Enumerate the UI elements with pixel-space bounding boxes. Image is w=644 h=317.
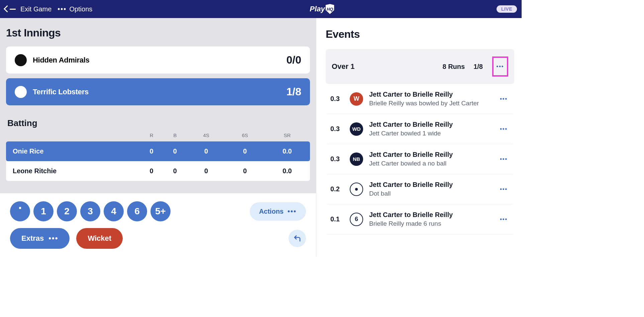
score-3-button[interactable]: 3 xyxy=(80,201,100,221)
exit-game-label: Exit Game xyxy=(20,5,51,13)
event-desc: Brielle Reilly was bowled by Jett Carter xyxy=(369,100,492,107)
live-badge: LIVE xyxy=(497,5,517,13)
event-title: Jett Carter to Brielle Reilly xyxy=(369,151,492,158)
event-over: 0.3 xyxy=(330,125,344,133)
team-a-name: Hidden Admirals xyxy=(33,56,90,65)
col-sr: SR xyxy=(264,130,310,141)
score-2-button[interactable]: 2 xyxy=(57,201,77,221)
actions-label: Actions xyxy=(259,208,284,215)
event-list: 0.3WJett Carter to Brielle ReillyBrielle… xyxy=(326,84,514,234)
playhq-logo: Play HQ xyxy=(310,4,334,14)
team-b-name: Terrific Lobsters xyxy=(33,88,89,96)
arrow-left-icon xyxy=(5,5,10,13)
score-5plus-button[interactable]: 5+ xyxy=(150,201,171,221)
event-row: 0.3NBJett Carter to Brielle ReillyJett C… xyxy=(327,144,513,174)
batting-table: R B 4S 6S SR Onie Rice 0 0 0 0 0.0 Leone… xyxy=(6,130,310,181)
event-title: Jett Carter to Brielle Reilly xyxy=(369,91,492,98)
team-b-score: 1/8 xyxy=(287,86,301,98)
event-ball-icon: WD xyxy=(350,122,363,136)
event-over: 0.3 xyxy=(330,95,344,103)
over-title: Over 1 xyxy=(332,62,355,71)
event-desc: Jett Carter bowled a no ball xyxy=(369,160,492,167)
event-menu-button[interactable]: ••• xyxy=(498,216,510,222)
event-desc: Brielle Reilly made 6 runs xyxy=(369,220,492,227)
event-ball-icon: NB xyxy=(350,152,363,166)
event-ball-icon xyxy=(350,183,363,196)
extras-button[interactable]: Extras ••• xyxy=(10,228,70,249)
more-icon: ••• xyxy=(48,234,58,243)
batting-heading: Batting xyxy=(7,118,114,128)
event-over: 0.3 xyxy=(330,155,344,163)
undo-button[interactable] xyxy=(289,230,306,247)
batter-row-striker[interactable]: Onie Rice 0 0 0 0 0.0 xyxy=(6,141,310,161)
events-heading: Events xyxy=(326,28,514,40)
innings-scroll[interactable]: 1st Innings Hidden Admirals 0/0 Terrific… xyxy=(0,18,316,193)
scoring-panel: 1st Innings Hidden Admirals 0/0 Terrific… xyxy=(0,18,316,257)
event-ball-icon: 6 xyxy=(350,213,363,226)
event-menu-button[interactable]: ••• xyxy=(498,96,510,102)
innings-title: 1st Innings xyxy=(6,27,310,39)
col-6s: 6S xyxy=(226,130,264,141)
over-runs: 8 Runs xyxy=(443,63,465,71)
events-panel: Events Over 1 8 Runs 1/8 ••• 0.3WJett Ca… xyxy=(316,18,522,257)
event-row: 0.3WJett Carter to Brielle ReillyBrielle… xyxy=(327,84,513,114)
options-label: Options xyxy=(69,5,92,13)
col-r: R xyxy=(140,130,163,141)
more-icon: ••• xyxy=(58,5,67,13)
team-card-b[interactable]: Terrific Lobsters 1/8 xyxy=(6,78,310,105)
exit-game-button[interactable]: Exit Game xyxy=(5,5,51,13)
undo-icon xyxy=(293,234,301,242)
control-bar: · 1 2 3 4 6 5+ Actions ••• Extras ••• Wi… xyxy=(0,193,316,257)
event-menu-button[interactable]: ••• xyxy=(498,126,510,132)
options-button[interactable]: ••• Options xyxy=(58,5,92,13)
col-b: B xyxy=(163,130,187,141)
event-row: 0.3WDJett Carter to Brielle ReillyJett C… xyxy=(327,114,513,144)
batter-name: Leone Ritchie xyxy=(6,161,140,181)
over-menu-button[interactable]: ••• xyxy=(492,57,508,77)
team-b-color-icon xyxy=(15,86,27,98)
event-title: Jett Carter to Brielle Reilly xyxy=(369,121,492,128)
batter-name: Onie Rice xyxy=(6,141,140,161)
event-title: Jett Carter to Brielle Reilly xyxy=(369,211,492,219)
team-card-a[interactable]: Hidden Admirals 0/0 xyxy=(6,46,310,74)
event-over: 0.2 xyxy=(330,185,344,193)
event-menu-button[interactable]: ••• xyxy=(498,156,510,162)
team-a-color-icon xyxy=(15,54,27,66)
wicket-button[interactable]: Wicket xyxy=(76,228,123,249)
extras-label: Extras xyxy=(21,234,44,243)
event-title: Jett Carter to Brielle Reilly xyxy=(369,181,492,189)
event-ball-icon: W xyxy=(350,92,363,106)
event-over: 0.1 xyxy=(330,215,344,223)
event-row: 0.16Jett Carter to Brielle ReillyBrielle… xyxy=(327,204,513,234)
col-4s: 4S xyxy=(187,130,226,141)
score-dot-button[interactable]: · xyxy=(10,201,30,221)
score-6-button[interactable]: 6 xyxy=(127,201,147,221)
top-bar: Exit Game ••• Options Play HQ LIVE xyxy=(0,0,522,18)
event-desc: Jett Carter bowled 1 wide xyxy=(369,130,492,137)
score-1-button[interactable]: 1 xyxy=(33,201,53,221)
event-row: 0.2Jett Carter to Brielle ReillyDot ball… xyxy=(327,174,513,204)
actions-button[interactable]: Actions ••• xyxy=(250,202,306,221)
batter-row-nonstriker[interactable]: Leone Ritchie 0 0 0 0 0.0 xyxy=(6,161,310,181)
event-desc: Dot ball xyxy=(369,190,492,197)
logo-shield-icon: HQ xyxy=(326,4,334,14)
score-4-button[interactable]: 4 xyxy=(104,201,124,221)
over-score: 1/8 xyxy=(473,63,483,71)
more-icon: ••• xyxy=(288,208,297,215)
over-header: Over 1 8 Runs 1/8 ••• xyxy=(326,49,514,84)
team-a-score: 0/0 xyxy=(287,54,301,66)
event-menu-button[interactable]: ••• xyxy=(498,186,510,192)
